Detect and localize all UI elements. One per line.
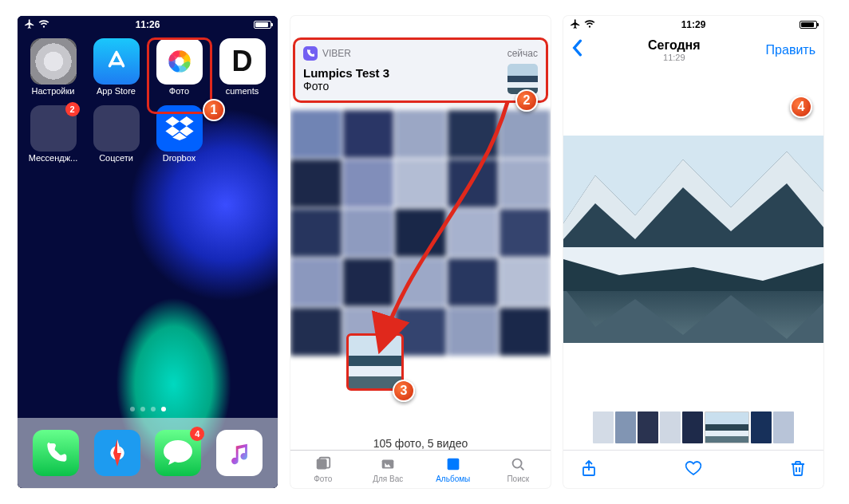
albums-tab-icon	[444, 455, 463, 473]
tab-label: Для Вас	[373, 474, 403, 483]
trash-icon	[788, 459, 808, 478]
photo-toolbar	[563, 450, 823, 488]
app-dropbox[interactable]: Dropbox	[150, 105, 208, 163]
home-grid: Настройки App Store	[18, 33, 278, 163]
nav-title: Сегодня	[648, 38, 701, 53]
tab-label: Фото	[314, 474, 332, 483]
app-appstore[interactable]: App Store	[87, 38, 145, 96]
wifi-icon	[584, 19, 595, 31]
folder-label: Соцсети	[99, 153, 133, 163]
nav-subtitle: 11:29	[648, 53, 701, 62]
battery-icon	[800, 21, 817, 29]
battery-icon	[254, 21, 271, 29]
app-settings[interactable]: Настройки	[24, 38, 82, 96]
wifi-icon	[38, 19, 49, 31]
photo-grid-blurred	[290, 110, 551, 384]
thumbnail[interactable]	[773, 411, 794, 443]
thumbnail-strip[interactable]	[563, 410, 823, 445]
svg-marker-9	[117, 439, 121, 453]
airplane-mode-icon	[570, 18, 581, 32]
status-time: 11:29	[563, 19, 823, 30]
share-button[interactable]	[579, 459, 598, 481]
thumbnail[interactable]	[593, 411, 614, 443]
dock-messages[interactable]: 4	[155, 430, 201, 476]
phone-icon	[43, 440, 69, 466]
app-label: App Store	[97, 86, 136, 96]
badge-count: 2	[65, 102, 80, 116]
heart-icon	[684, 459, 703, 478]
app-documents[interactable]: D cuments	[213, 38, 271, 96]
dock-safari[interactable]	[94, 430, 140, 476]
favorite-button[interactable]	[684, 459, 703, 481]
app-label: cuments	[226, 86, 259, 96]
callout-3: 3	[393, 380, 415, 402]
photos-icon	[163, 45, 196, 78]
screenshot-photo-viewer: 11:29 Сегодня 11:29 Править	[563, 16, 823, 488]
status-bar: 11:29	[563, 16, 823, 33]
delete-button[interactable]	[788, 459, 808, 481]
screenshot-home-screen: 11:26 Настройки App Store	[18, 16, 278, 488]
thumbnail[interactable]	[660, 411, 681, 443]
app-label: Фото	[169, 86, 189, 96]
search-tab-icon	[508, 455, 527, 473]
tab-search[interactable]: Поиск	[486, 451, 551, 488]
music-icon	[226, 439, 253, 467]
photo-viewer-image[interactable]	[563, 136, 823, 343]
notif-title: Lumpics Test 3	[303, 66, 501, 80]
safari-icon	[94, 430, 140, 476]
callout-2: 2	[515, 89, 538, 112]
tab-label: Альбомы	[436, 474, 470, 483]
callout-1: 1	[203, 99, 225, 121]
tab-albums[interactable]: Альбомы	[421, 451, 486, 488]
photos-tab-icon	[314, 455, 333, 473]
thumbnail[interactable]	[615, 411, 636, 443]
viber-icon	[303, 46, 318, 61]
svg-marker-19	[563, 287, 823, 343]
tab-photos[interactable]: Фото	[290, 451, 356, 488]
svg-rect-13	[447, 459, 459, 471]
album-summary: 105 фото, 5 видео	[290, 437, 551, 450]
svg-rect-12	[382, 460, 394, 469]
app-photos[interactable]: Фото	[150, 38, 208, 96]
dock-phone[interactable]	[33, 430, 79, 476]
back-button[interactable]	[571, 39, 582, 61]
messages-icon	[162, 439, 194, 467]
airplane-mode-icon	[24, 18, 35, 32]
notif-app-name: VIBER	[322, 48, 351, 59]
share-icon	[579, 459, 598, 478]
thumbnail[interactable]	[751, 411, 772, 443]
folder-label: Мессендж...	[29, 153, 78, 163]
photos-tab-bar: Фото Для Вас Альбомы Поиск	[290, 450, 551, 488]
status-bar: 11:26	[18, 16, 278, 33]
status-time: 11:26	[18, 19, 278, 30]
page-dots[interactable]	[18, 407, 278, 411]
thumbnail[interactable]	[638, 411, 658, 443]
dropbox-icon	[165, 116, 194, 140]
tab-label: Поиск	[507, 474, 529, 483]
appstore-icon	[103, 48, 130, 75]
notif-time: сейчас	[507, 48, 538, 59]
tab-foryou[interactable]: Для Вас	[356, 451, 421, 488]
chevron-left-icon	[571, 39, 582, 57]
notification-banner[interactable]: VIBER сейчас Lumpics Test 3 Фото	[295, 40, 546, 102]
foryou-tab-icon	[378, 455, 397, 473]
callout-4: 4	[790, 96, 812, 118]
thumbnail-selected[interactable]	[705, 411, 749, 443]
badge-count: 4	[190, 427, 204, 441]
svg-point-14	[513, 459, 522, 468]
folder-social[interactable]: Соцсети	[87, 105, 145, 163]
dock: 4	[18, 418, 278, 488]
folder-label: Dropbox	[163, 153, 196, 163]
dock-music[interactable]	[216, 430, 263, 476]
nav-bar: Сегодня 11:29 Править	[563, 33, 823, 67]
thumbnail[interactable]	[682, 411, 703, 443]
edit-button[interactable]: Править	[766, 43, 815, 57]
notif-subtitle: Фото	[303, 80, 501, 93]
app-label: Настройки	[32, 86, 75, 96]
screenshot-photos-grid: VIBER сейчас Lumpics Test 3 Фото 105 фот…	[290, 16, 551, 488]
folder-messengers[interactable]: 2 Мессендж...	[24, 105, 82, 163]
